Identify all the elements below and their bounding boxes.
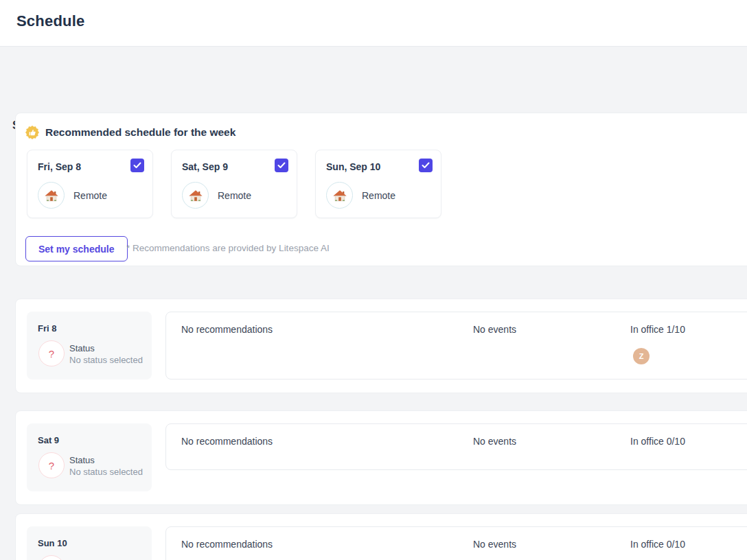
remote-mode-circle — [182, 182, 209, 209]
remote-mode-circle — [38, 182, 65, 209]
recommended-day-checkbox[interactable] — [130, 159, 144, 172]
recommended-schedule-card: Recommended schedule for the week Fri, S… — [15, 113, 747, 266]
recommended-day-date: Sun, Sep 10 — [326, 161, 380, 172]
remote-mode-circle — [326, 182, 353, 209]
day-status-card[interactable]: Sun 10 ? Status No status selected — [27, 526, 152, 560]
question-mark-icon[interactable]: ? — [38, 452, 65, 478]
day-detail-card: No recommendations No events In office 0… — [165, 526, 747, 560]
house-icon — [44, 188, 59, 203]
events-cell: No events — [473, 324, 516, 335]
recommended-day-card-fri: Fri, Sep 8 Remote — [27, 150, 153, 218]
recommendations-cell: No recommendations — [181, 324, 273, 335]
recommended-days: Fri, Sep 8 Remote — [27, 150, 441, 218]
day-status-card[interactable]: Fri 8 ? Status No status selected — [27, 312, 152, 380]
events-cell: No events — [473, 436, 516, 447]
recommended-day-mode: Remote — [362, 190, 395, 201]
in-office-cell: In office 0/10 — [630, 539, 685, 550]
recommended-day-date: Fri, Sep 8 — [38, 161, 81, 172]
check-icon — [277, 162, 286, 169]
status-value: No status selected — [69, 355, 143, 365]
set-my-schedule-button[interactable]: Set my schedule — [25, 236, 128, 261]
day-detail-card: No recommendations No events In office 0… — [165, 423, 747, 470]
recommended-day-checkbox[interactable] — [275, 159, 288, 172]
thumbs-up-badge-icon — [25, 126, 39, 139]
day-label: Sun 10 — [38, 538, 67, 548]
recommendations-cell: No recommendations — [181, 539, 273, 550]
house-icon — [188, 188, 203, 203]
day-label: Sat 9 — [38, 435, 59, 445]
house-icon — [332, 188, 347, 203]
day-detail-card: No recommendations No events In office 1… — [165, 312, 747, 380]
recommended-schedule-header: Recommended schedule for the week — [25, 126, 235, 139]
question-mark-icon[interactable]: ? — [38, 340, 65, 366]
in-office-cell: In office 1/10 — [630, 324, 685, 335]
recommended-day-mode: Remote — [73, 190, 107, 201]
page-title: Schedule — [16, 12, 84, 30]
recommendation-note: * Recommendations are provided by Litesp… — [126, 243, 330, 253]
recommendations-cell: No recommendations — [181, 436, 273, 447]
day-row-sat-9: Sat 9 ? Status No status selected No rec… — [15, 410, 747, 505]
status-value: No status selected — [69, 467, 143, 477]
recommended-day-card-sun: Sun, Sep 10 Remote — [315, 150, 441, 218]
status-title: Status — [69, 343, 95, 353]
recommended-day-checkbox[interactable] — [419, 159, 433, 172]
app-header: Schedule — [0, 0, 747, 47]
status-title: Status — [69, 455, 95, 465]
day-status-card[interactable]: Sat 9 ? Status No status selected — [27, 423, 152, 491]
recommended-day-card-sat: Sat, Sep 9 Remote — [171, 150, 297, 218]
in-office-cell: In office 0/10 — [630, 436, 685, 447]
check-icon — [422, 162, 430, 169]
day-row-sun-10: Sun 10 ? Status No status selected No re… — [15, 513, 747, 560]
recommended-schedule-title: Recommended schedule for the week — [45, 126, 235, 139]
events-cell: No events — [473, 539, 516, 550]
toolbar: Sep 4 - 10, 2023 Today Team Show previou… — [0, 47, 747, 95]
day-row-fri-8: Fri 8 ? Status No status selected No rec… — [15, 299, 747, 393]
recommended-day-mode: Remote — [218, 190, 251, 201]
recommended-day-date: Sat, Sep 9 — [182, 161, 228, 172]
day-label: Fri 8 — [38, 323, 56, 334]
avatar[interactable]: Z — [633, 348, 650, 364]
question-mark-icon[interactable]: ? — [38, 555, 65, 560]
check-icon — [133, 162, 141, 169]
